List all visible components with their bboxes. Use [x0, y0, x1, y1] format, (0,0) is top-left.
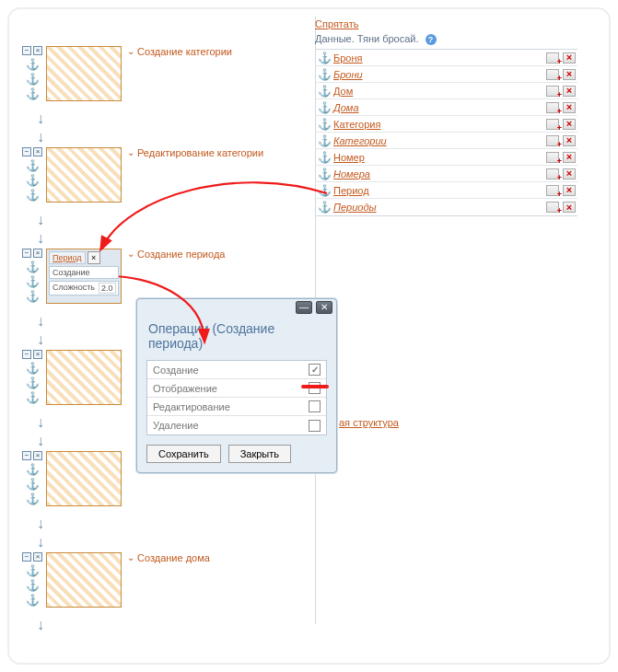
table-row[interactable]: ⚓Дом: [315, 83, 577, 99]
table-row[interactable]: ⚓Периоды: [315, 199, 577, 215]
close-icon[interactable]: ×: [33, 552, 42, 562]
add-button[interactable]: [546, 86, 559, 97]
data-link[interactable]: Периоды: [333, 202, 544, 213]
anchor-icon[interactable]: ⚓: [26, 565, 40, 576]
delete-button[interactable]: [563, 52, 576, 64]
delete-button[interactable]: [563, 69, 576, 80]
collapse-icon[interactable]: −: [22, 451, 31, 460]
anchor-icon[interactable]: ⚓: [26, 88, 40, 99]
checkbox[interactable]: [309, 420, 321, 432]
footer-link[interactable]: ая структура: [339, 417, 399, 428]
table-row[interactable]: ⚓Период: [315, 182, 577, 199]
checkbox[interactable]: [309, 364, 321, 376]
block-create-category[interactable]: − × ⚓ ⚓ ⚓ ⌄ Создание категории: [22, 46, 232, 101]
cancel-button[interactable]: Закрыть: [228, 445, 291, 463]
anchor-icon[interactable]: ⚓: [26, 59, 40, 70]
help-icon[interactable]: ?: [426, 34, 437, 45]
add-button[interactable]: [546, 135, 559, 146]
anchor-icon[interactable]: ⚓: [315, 118, 333, 131]
anchor-icon[interactable]: ⚓: [26, 377, 40, 388]
block-thumb[interactable]: Период × Создание Сложность2.0: [46, 249, 122, 304]
anchor-icon[interactable]: ⚓: [26, 74, 40, 85]
anchor-icon[interactable]: ⚓: [26, 392, 40, 403]
add-button[interactable]: [546, 185, 559, 196]
hide-link[interactable]: Спрятать: [315, 18, 358, 29]
table-row[interactable]: ⚓Номер: [315, 149, 577, 166]
block-thumb[interactable]: [46, 46, 122, 101]
delete-button[interactable]: [563, 185, 576, 196]
close-icon[interactable]: ×: [33, 249, 42, 258]
anchor-icon[interactable]: ⚓: [26, 160, 40, 171]
table-row[interactable]: ⚓Категория: [315, 116, 577, 133]
add-button[interactable]: [546, 202, 559, 213]
tag-period[interactable]: Период: [49, 251, 86, 264]
block-edit-category[interactable]: − × ⚓ ⚓ ⚓ ⌄ Редактирование категории: [22, 147, 263, 203]
anchor-icon[interactable]: ⚓: [26, 175, 40, 186]
anchor-icon[interactable]: ⚓: [26, 291, 40, 302]
collapse-icon[interactable]: −: [22, 249, 31, 258]
data-link[interactable]: Номер: [333, 152, 544, 163]
anchor-icon[interactable]: ⚓: [26, 363, 40, 374]
delete-button[interactable]: [563, 168, 576, 180]
block-thumb[interactable]: [46, 552, 122, 608]
collapse-icon[interactable]: −: [22, 350, 31, 359]
anchor-icon[interactable]: ⚓: [315, 68, 333, 81]
delete-button[interactable]: [563, 202, 576, 213]
anchor-icon[interactable]: ⚓: [315, 201, 333, 214]
checkbox[interactable]: [309, 400, 321, 412]
block-label[interactable]: ⌄ Создание категории: [127, 46, 232, 57]
table-row[interactable]: ⚓Номера: [315, 166, 577, 182]
anchor-icon[interactable]: ⚓: [26, 493, 40, 504]
anchor-icon[interactable]: ⚓: [26, 276, 40, 287]
delete-button[interactable]: [563, 152, 576, 163]
block-create-period[interactable]: − × ⚓ ⚓ ⚓ Период × Создание Сложность2.0…: [22, 249, 225, 304]
table-row[interactable]: ⚓Броня: [315, 50, 577, 66]
anchor-icon[interactable]: ⚓: [315, 184, 333, 197]
collapse-icon[interactable]: −: [22, 46, 31, 55]
anchor-icon[interactable]: ⚓: [26, 190, 40, 201]
remove-tag-button[interactable]: ×: [87, 251, 100, 264]
close-icon[interactable]: ×: [33, 46, 42, 55]
add-button[interactable]: [546, 168, 559, 180]
anchor-icon[interactable]: ⚓: [315, 85, 333, 98]
add-button[interactable]: [546, 119, 559, 130]
data-link[interactable]: Период: [333, 185, 544, 196]
anchor-icon[interactable]: ⚓: [315, 151, 333, 164]
block-create-house[interactable]: −× ⚓ ⚓ ⚓ ⌄ Создание дома: [22, 552, 210, 608]
close-icon[interactable]: ×: [33, 350, 42, 359]
add-button[interactable]: [546, 102, 559, 113]
collapse-icon[interactable]: −: [22, 147, 31, 156]
data-link[interactable]: Номера: [333, 168, 544, 180]
block-thumb[interactable]: [46, 147, 122, 203]
data-link[interactable]: Категории: [333, 135, 544, 146]
anchor-icon[interactable]: ⚓: [26, 261, 40, 272]
block-thumb[interactable]: [46, 451, 122, 506]
collapse-icon[interactable]: −: [22, 552, 31, 562]
delete-button[interactable]: [563, 86, 576, 97]
add-button[interactable]: [546, 69, 559, 80]
block-thumb[interactable]: [46, 350, 122, 405]
add-button[interactable]: [546, 152, 559, 163]
block-empty-2[interactable]: −× ⚓ ⚓ ⚓: [22, 451, 122, 506]
block-label[interactable]: ⌄ Создание периода: [127, 249, 225, 260]
anchor-icon[interactable]: ⚓: [26, 464, 40, 475]
delete-button[interactable]: [563, 102, 576, 113]
delete-button[interactable]: [563, 135, 576, 146]
anchor-icon[interactable]: ⚓: [315, 134, 333, 147]
data-link[interactable]: Дома: [333, 102, 544, 113]
table-row[interactable]: ⚓Брони: [315, 66, 577, 83]
delete-button[interactable]: [563, 119, 576, 130]
anchor-icon[interactable]: ⚓: [26, 580, 40, 591]
data-link[interactable]: Брони: [333, 69, 544, 80]
anchor-icon[interactable]: ⚓: [315, 168, 333, 180]
table-row[interactable]: ⚓Категории: [315, 133, 577, 149]
data-link[interactable]: Броня: [333, 52, 544, 64]
close-icon[interactable]: ×: [33, 147, 42, 156]
close-button[interactable]: ✕: [316, 301, 332, 314]
data-link[interactable]: Категория: [333, 119, 544, 130]
block-label[interactable]: ⌄ Создание дома: [127, 552, 210, 563]
table-row[interactable]: ⚓Дома: [315, 99, 577, 116]
block-empty-1[interactable]: −× ⚓ ⚓ ⚓: [22, 350, 122, 405]
minimize-button[interactable]: —: [296, 301, 312, 314]
save-button[interactable]: Сохранить: [146, 445, 221, 463]
